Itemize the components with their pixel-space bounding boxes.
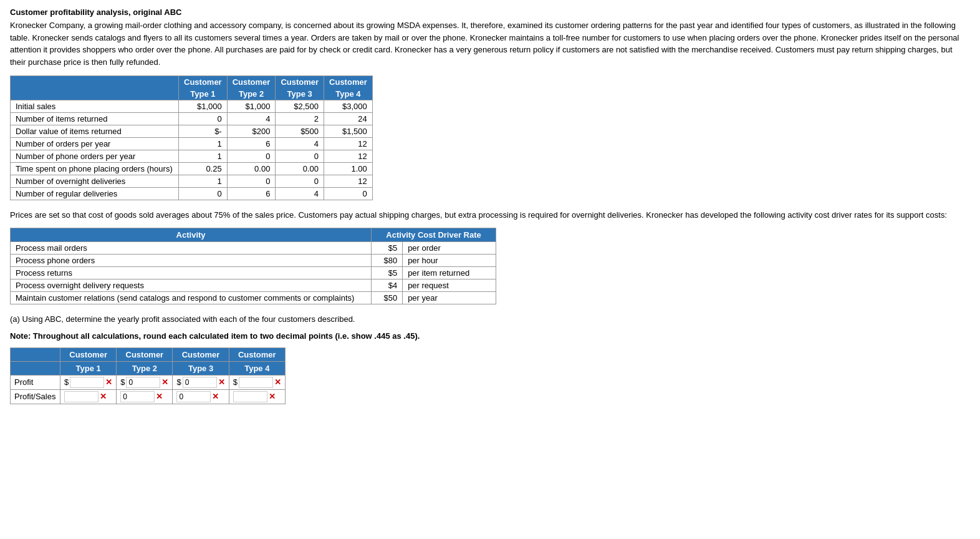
clear-icon[interactable]: ✕ — [161, 377, 168, 387]
input-wrapper: $✕ — [233, 377, 281, 388]
table1-cell: 0 — [179, 188, 228, 200]
table1-header-c1-row1: Customer — [179, 76, 228, 89]
table1-cell: 0.00 — [227, 163, 276, 175]
answer-table: Customer Customer Customer Customer Type… — [10, 347, 286, 404]
table1-subheader-c4: Type 4 — [324, 88, 373, 100]
table1-cell: $- — [179, 125, 228, 138]
profit-input[interactable] — [126, 377, 160, 388]
table3-input-cell[interactable]: ✕ — [117, 389, 173, 404]
table3-subheader-empty — [11, 361, 60, 375]
currency-symbol: $ — [64, 377, 69, 387]
table3-header-c3-row1: Customer — [173, 347, 229, 361]
table1-row-label: Number of phone orders per year — [11, 150, 179, 163]
clear-icon[interactable]: ✕ — [100, 392, 107, 401]
table3-header-empty — [11, 347, 60, 361]
activity-name: Maintain customer relations (send catalo… — [11, 291, 372, 304]
table1-cell: 24 — [324, 113, 373, 125]
activity-name: Process mail orders — [11, 241, 372, 254]
table3-input-cell[interactable]: $✕ — [117, 375, 173, 389]
table3-header-c2-row1: Customer — [117, 347, 173, 361]
table1-cell: 12 — [324, 175, 373, 188]
activity-name: Process returns — [11, 266, 372, 279]
table1-cell: 4 — [276, 138, 324, 150]
profit-sales-input[interactable] — [233, 391, 267, 402]
clear-icon[interactable]: ✕ — [212, 392, 219, 401]
table1-cell: 0 — [324, 188, 373, 200]
table1-cell: $200 — [227, 125, 276, 138]
activity-rate-desc: per order — [403, 241, 496, 254]
table1-row-label: Number of overnight deliveries — [11, 175, 179, 188]
page-title: Customer profitability analysis, origina… — [10, 7, 970, 17]
activity-rate-num: $5 — [372, 266, 403, 279]
table3-input-cell[interactable]: $✕ — [229, 375, 285, 389]
answer-para2-text: Note: Throughout all calculations, round… — [10, 330, 970, 342]
table1-subheader-c1: Type 1 — [179, 88, 228, 100]
table1-cell: 6 — [227, 188, 276, 200]
clear-icon[interactable]: ✕ — [218, 377, 225, 387]
paragraph1-text: Prices are set so that cost of goods sol… — [10, 209, 970, 221]
answer-para1-text: (a) Using ABC, determine the yearly prof… — [10, 313, 970, 326]
activity-rate-desc: per year — [403, 291, 496, 304]
table1-subheader-c2: Type 2 — [227, 88, 276, 100]
table3-subheader-c2: Type 2 — [117, 361, 173, 375]
table1-cell: $500 — [276, 125, 324, 138]
table1-row-label: Number of items returned — [11, 113, 179, 125]
table1-cell: 0 — [227, 175, 276, 188]
table1-subheader-empty — [11, 88, 179, 100]
table1-row-label: Initial sales — [11, 100, 179, 113]
profit-input[interactable] — [183, 377, 217, 388]
input-wrapper: ✕ — [233, 391, 281, 402]
table1-cell: 6 — [227, 138, 276, 150]
table1-cell: $1,000 — [227, 100, 276, 113]
clear-icon[interactable]: ✕ — [269, 392, 276, 401]
table3-input-cell[interactable]: ✕ — [229, 389, 285, 404]
profit-input[interactable] — [70, 377, 104, 388]
table1-cell: 2 — [276, 113, 324, 125]
activity-rate-header: Activity Cost Driver Rate — [372, 228, 496, 241]
activity-rate-num: $4 — [372, 279, 403, 291]
clear-icon[interactable]: ✕ — [156, 392, 163, 401]
table1-cell: 4 — [227, 113, 276, 125]
table3-subheader-c4: Type 4 — [229, 361, 285, 375]
profit-input[interactable] — [239, 377, 273, 388]
table1-subheader-c3: Type 3 — [276, 88, 324, 100]
activity-rate-desc: per hour — [403, 254, 496, 266]
table3-row-label: Profit — [11, 375, 60, 389]
table1-row-label: Dollar value of items returned — [11, 125, 179, 138]
activity-rate-desc: per item returned — [403, 266, 496, 279]
input-wrapper: ✕ — [64, 391, 112, 402]
clear-icon[interactable]: ✕ — [274, 377, 281, 387]
table3-input-cell[interactable]: $✕ — [60, 375, 117, 389]
table1-cell: $1,000 — [179, 100, 228, 113]
activity-col-header: Activity — [11, 228, 372, 241]
table1-cell: 1 — [179, 175, 228, 188]
table3-input-cell[interactable]: ✕ — [60, 389, 117, 404]
table3-row-label: Profit/Sales — [11, 389, 60, 404]
table3-input-cell[interactable]: ✕ — [173, 389, 229, 404]
currency-symbol: $ — [176, 377, 181, 387]
activity-name: Process overnight delivery requests — [11, 279, 372, 291]
table3-subheader-c1: Type 1 — [60, 361, 117, 375]
profit-sales-input[interactable] — [176, 391, 211, 402]
table1-cell: 12 — [324, 150, 373, 163]
input-wrapper: $✕ — [120, 377, 168, 388]
profit-sales-input[interactable] — [120, 391, 155, 402]
clear-icon[interactable]: ✕ — [105, 377, 112, 387]
table1-cell: 4 — [276, 188, 324, 200]
profit-sales-input[interactable] — [64, 391, 98, 402]
customer-data-table: Customer Customer Customer Customer Type… — [10, 75, 373, 200]
table1-cell: 0 — [179, 113, 228, 125]
input-wrapper: ✕ — [120, 391, 168, 402]
table3-input-cell[interactable]: $✕ — [173, 375, 229, 389]
input-wrapper: ✕ — [176, 391, 224, 402]
table1-cell: 12 — [324, 138, 373, 150]
table1-row-label: Time spent on phone placing orders (hour… — [11, 163, 179, 175]
table1-header-c4-row1: Customer — [324, 76, 373, 89]
table3-subheader-c3: Type 3 — [173, 361, 229, 375]
activity-rate-desc: per request — [403, 279, 496, 291]
table1-row-label: Number of orders per year — [11, 138, 179, 150]
table1-cell: 1 — [179, 150, 228, 163]
table3-header-c4-row1: Customer — [229, 347, 285, 361]
table1-cell: 0 — [276, 175, 324, 188]
table1-cell: 0 — [227, 150, 276, 163]
